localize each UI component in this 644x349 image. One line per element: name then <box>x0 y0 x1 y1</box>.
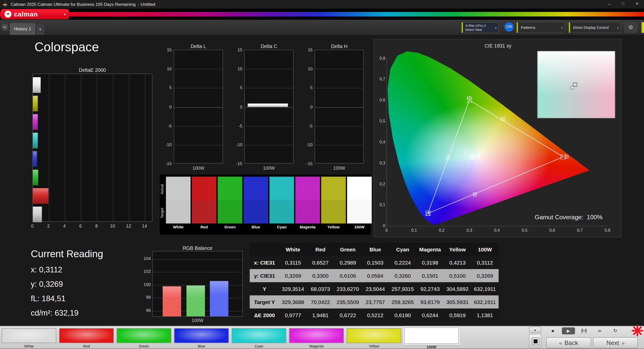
gridline <box>174 88 223 89</box>
axis-tick-label: 100 <box>137 282 151 287</box>
current-reading-title: Current Reading <box>31 248 103 259</box>
meter-dropdown[interactable]: X-Rite i1Pro 2 Direct View ▾ <box>462 22 499 33</box>
target-swatch <box>321 200 346 224</box>
row-label: ΔE 2000 <box>250 309 279 322</box>
gridline <box>315 88 364 89</box>
next-button[interactable]: Next » <box>593 337 638 348</box>
pattern-button-blue[interactable]: Blue <box>174 328 229 349</box>
axis-tick-label: -15 <box>299 161 313 166</box>
rgb-balance-chart <box>152 251 243 317</box>
axis-tick-label: 10 <box>159 66 172 71</box>
swatch-column-green: Green <box>218 174 242 234</box>
meter-mode: Direct View <box>465 28 482 32</box>
target-swatch <box>347 200 372 224</box>
refresh-icon[interactable]: ↻ <box>609 328 622 335</box>
deltae-bar-cyan <box>33 133 38 148</box>
chevron-down-icon: ▾ <box>495 26 497 30</box>
deltae-x-axis: 02468101214 <box>32 224 152 229</box>
pattern-button-magenta[interactable]: Magenta <box>289 328 344 349</box>
actual-swatch <box>295 177 320 200</box>
table-cell: 1,9481 <box>307 309 334 322</box>
column-header: Magenta <box>416 243 444 256</box>
row-label: y: CIE31 <box>250 269 279 282</box>
maximize-button[interactable]: □ <box>616 0 630 9</box>
axis-tick-label: 102 <box>137 269 151 274</box>
display-window-button[interactable] <box>529 334 541 348</box>
display-control-label: Direct Display Control <box>573 23 609 32</box>
row-label: Target Y <box>250 295 279 309</box>
meter-count-badge[interactable]: 235 <box>504 22 514 32</box>
target-swatch <box>192 200 216 224</box>
pattern-button-cyan[interactable]: Cyan <box>232 328 286 349</box>
add-tab-button[interactable]: + <box>36 24 44 35</box>
chart-title: Delta L <box>174 43 223 49</box>
panel-expand-button[interactable]: ▲ <box>529 326 541 333</box>
reading-x: x: 0,3112 <box>31 265 62 274</box>
delta-bar <box>248 104 288 107</box>
axis-tick-label: 2 <box>47 224 50 228</box>
tab-scroll-button[interactable]: ▸ <box>2 24 8 30</box>
patterns-label: Patterns <box>521 23 535 32</box>
gridline <box>315 69 364 70</box>
deltae-bar-red <box>33 188 49 204</box>
close-button[interactable]: × <box>630 0 644 9</box>
table-cell: 0,1501 <box>416 269 444 282</box>
axis-tick-label: -5 <box>299 123 313 128</box>
actual-swatch <box>321 177 346 200</box>
row-label: Y <box>250 282 279 295</box>
gridline <box>315 145 364 145</box>
target-swatch <box>270 200 294 224</box>
swatch-column-white: White <box>166 174 190 234</box>
table-cell: 93,8179 <box>416 295 444 309</box>
display-control-dropdown[interactable]: Direct Display Control ▾ <box>569 22 621 33</box>
table-cell: 0,3260 <box>389 269 416 282</box>
back-button[interactable]: « Back <box>546 337 591 348</box>
swatch-label: White <box>166 225 190 229</box>
target-swatch <box>166 200 190 224</box>
axis-tick-label: 10 <box>229 66 242 71</box>
rainbow-stripe <box>0 12 644 16</box>
axis-tick-label: 10 <box>299 66 313 71</box>
patterns-dropdown[interactable]: Patterns ▾ <box>517 22 565 33</box>
tab-history-1[interactable]: History 1 <box>10 23 35 35</box>
gridline <box>174 107 223 107</box>
calman-logo-menu[interactable]: * calman ▾ <box>1 9 69 19</box>
stop-icon[interactable]: ■ <box>546 328 559 335</box>
gear-icon[interactable]: ⚙ <box>624 22 637 33</box>
axis-label: 100W <box>315 166 364 170</box>
gridline <box>81 74 81 221</box>
axis-label: 100W <box>244 166 294 170</box>
table-cell: 0,5100 <box>444 269 471 282</box>
gridline <box>245 88 293 89</box>
pattern-button-yellow[interactable]: Yellow <box>347 328 401 349</box>
play-icon[interactable]: ▶ <box>562 328 575 335</box>
gridline <box>245 107 293 107</box>
pattern-button-green[interactable]: Green <box>117 328 171 349</box>
table-cell: 0,1503 <box>362 256 389 269</box>
table-cell: 0,6722 <box>334 309 361 322</box>
table-cell: 0,5919 <box>444 309 471 322</box>
table-cell: 1,1381 <box>471 309 499 322</box>
reading-fl: fL: 184,51 <box>31 294 65 303</box>
table-cell: 304,5892 <box>444 282 471 295</box>
table-row: ΔE 20000,97771,94810,67220,52120,61900,6… <box>250 309 499 322</box>
gridline <box>113 74 114 221</box>
calman-app-icon <box>3 2 8 7</box>
minimize-button[interactable]: – <box>602 0 616 9</box>
delta-chart-plot <box>174 50 223 164</box>
swatch-label: Cyan <box>270 225 294 229</box>
table-cell: 0,6106 <box>334 269 361 282</box>
target-swatch <box>243 200 268 224</box>
pattern-swatch <box>2 328 56 343</box>
gridline <box>153 285 242 286</box>
table-cell: 233,6270 <box>334 282 361 295</box>
pattern-button-red[interactable]: Red <box>59 328 114 349</box>
pattern-button-white[interactable]: White <box>2 328 56 349</box>
continuous-measure-icon[interactable]: ∞ <box>593 328 606 335</box>
save-icon[interactable] <box>578 328 591 335</box>
titlebar: Calman 2025 Calman Ultimate for Business… <box>0 0 644 9</box>
actual-target-swatch-strip: Actual Target WhiteRedGreenBlueCyanMagen… <box>160 174 371 234</box>
floppy-icon <box>582 329 586 333</box>
pattern-button-100w[interactable]: 100W <box>404 328 459 349</box>
page-title: Colorspace <box>34 40 99 55</box>
